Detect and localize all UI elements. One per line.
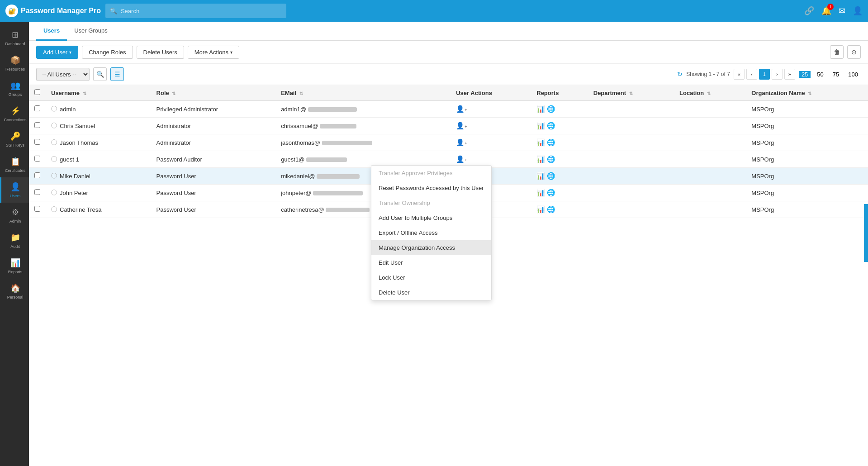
topbar: 🔐 Password Manager Pro 🔍 🔗 🔔 1 ✉ 👤 [0,0,868,22]
bar-chart-icon[interactable]: 📊 [536,105,545,113]
org-tree-icon[interactable]: 🌐 [547,155,555,163]
select-all-checkbox[interactable] [34,89,40,95]
prev-page-button[interactable]: ‹ [746,69,757,80]
link-icon[interactable]: 🔗 [804,6,814,16]
add-user-button[interactable]: Add User ▾ [36,46,78,59]
sidebar-item-groups[interactable]: 👥 Groups [0,76,29,101]
user-info-icon[interactable]: ⓘ [51,205,57,214]
username-value: Jason Thomas [60,139,98,146]
dropdown-item-lock-user[interactable]: Lock User [371,270,491,285]
last-page-button[interactable]: » [784,69,795,80]
sidebar-item-connections[interactable]: ⚡ Connections [0,101,29,127]
sidebar-item-reports[interactable]: 📊 Reports [0,253,29,279]
user-action-icon[interactable]: 👤+ [456,155,467,163]
sidebar-item-certificates[interactable]: 📋 Certificates [0,152,29,177]
user-action-icon[interactable]: 👤+ [456,105,467,113]
email-blurred [326,208,370,212]
sidebar-item-sshkeys[interactable]: 🔑 SSH Keys [0,127,29,152]
bell-icon[interactable]: 🔔 1 [821,6,831,16]
sidebar-item-audit[interactable]: 📁 Audit [0,228,29,253]
bar-chart-icon[interactable]: 📊 [536,138,545,147]
user-info-icon[interactable]: ⓘ [51,172,57,180]
user-info-icon[interactable]: ⓘ [51,155,57,163]
tab-users[interactable]: Users [36,22,67,41]
mail-icon[interactable]: ✉ [839,6,845,16]
sidebar-item-admin[interactable]: ⚙ Admin [0,203,29,228]
bar-chart-icon[interactable]: 📊 [536,205,545,214]
row-checkbox[interactable] [34,105,40,111]
sidebar-item-personal[interactable]: 🏠 Personal [0,279,29,304]
org-name-value: MSPOrg [751,106,774,113]
bar-chart-icon[interactable]: 📊 [536,189,545,197]
role-header[interactable]: Role ⇅ [151,85,276,101]
bar-chart-icon[interactable]: 📊 [536,172,545,180]
app-title: Password Manager Pro [21,7,101,15]
dropdown-item-delete-user[interactable]: Delete User [371,285,491,300]
dropdown-item-manage-org[interactable]: Manage Organization Access [371,240,491,255]
bar-chart-icon[interactable]: 📊 [536,155,545,163]
user-info-icon[interactable]: ⓘ [51,122,57,130]
user-info-icon[interactable]: ⓘ [51,138,57,147]
first-page-button[interactable]: « [734,69,745,80]
org-tree-icon[interactable]: 🌐 [547,122,555,130]
user-info-icon[interactable]: ⓘ [51,105,57,113]
org-tree-icon[interactable]: 🌐 [547,138,555,147]
tab-user-groups[interactable]: User Groups [67,22,115,41]
page-size-50[interactable]: 50 [814,71,826,78]
dropdown-item-edit-user[interactable]: Edit User [371,255,491,270]
username-cell: ⓘ Chris Samuel [46,118,151,134]
org-tree-icon[interactable]: 🌐 [547,172,555,180]
dropdown-item-add-to-groups[interactable]: Add User to Multiple Groups [371,210,491,225]
user-action-icon[interactable]: 👤+ [456,122,467,130]
page-size-25[interactable]: 25 [799,71,811,78]
help-tab[interactable]: Need Assistance? [864,204,868,262]
location-header[interactable]: Location ⇅ [674,85,746,101]
search-input[interactable] [121,8,282,14]
user-action-icon[interactable]: 👤+ [456,138,467,147]
org-tree-icon[interactable]: 🌐 [547,205,555,214]
user-filter-select[interactable]: -- All Users -- Active Users Locked User… [36,68,90,81]
row-checkbox[interactable] [34,189,40,195]
change-roles-button[interactable]: Change Roles [82,46,133,59]
refresh-button[interactable]: ↻ [677,71,683,78]
row-checkbox[interactable] [34,206,40,212]
org-name-cell: MSPOrg [746,201,868,218]
org-tree-icon[interactable]: 🌐 [547,189,555,197]
username-cell: ⓘ admin [46,101,151,118]
settings-button[interactable]: ⊙ [847,45,861,59]
username-value: admin [60,106,76,113]
table-view-button[interactable]: ☰ [110,67,124,81]
username-value: Chris Samuel [60,123,95,129]
sidebar-item-dashboard[interactable]: ⊞ Dashboard [0,25,29,51]
org-name-header[interactable]: Organization Name ⇅ [746,85,868,101]
email-cell: admin1@ [275,101,451,118]
row-checkbox[interactable] [34,172,40,178]
more-actions-button[interactable]: More Actions ▾ [188,46,239,59]
user-icon[interactable]: 👤 [853,6,863,16]
location-cell [674,168,746,185]
bar-chart-icon[interactable]: 📊 [536,122,545,130]
delete-users-button[interactable]: Delete Users [137,46,184,59]
sidebar-item-users[interactable]: 👤 Users [0,177,29,203]
dropdown-item-export-offline[interactable]: Export / Offline Access [371,225,491,240]
row-checkbox[interactable] [34,156,40,162]
page-size-75[interactable]: 75 [830,71,842,78]
user-info-icon[interactable]: ⓘ [51,189,57,197]
next-page-button[interactable]: › [772,69,783,80]
search-bar[interactable]: 🔍 [105,4,286,18]
org-tree-icon[interactable]: 🌐 [547,105,555,113]
username-header[interactable]: Username ⇅ [46,85,151,101]
sshkeys-icon: 🔑 [10,131,20,141]
trash-button[interactable]: 🗑 [830,45,844,59]
department-header[interactable]: Department ⇅ [588,85,674,101]
username-cell: ⓘ John Peter [46,185,151,201]
page-1-button[interactable]: 1 [759,69,770,80]
dropdown-item-reset-passwords[interactable]: Reset Passwords Accessed by this User [371,181,491,195]
email-header[interactable]: EMail ⇅ [275,85,451,101]
username-value: John Peter [60,190,88,196]
row-checkbox[interactable] [34,139,40,145]
sidebar-item-resources[interactable]: 📦 Resources [0,51,29,76]
search-button[interactable]: 🔍 [93,67,107,81]
row-checkbox[interactable] [34,122,40,128]
page-size-100[interactable]: 100 [845,71,861,78]
